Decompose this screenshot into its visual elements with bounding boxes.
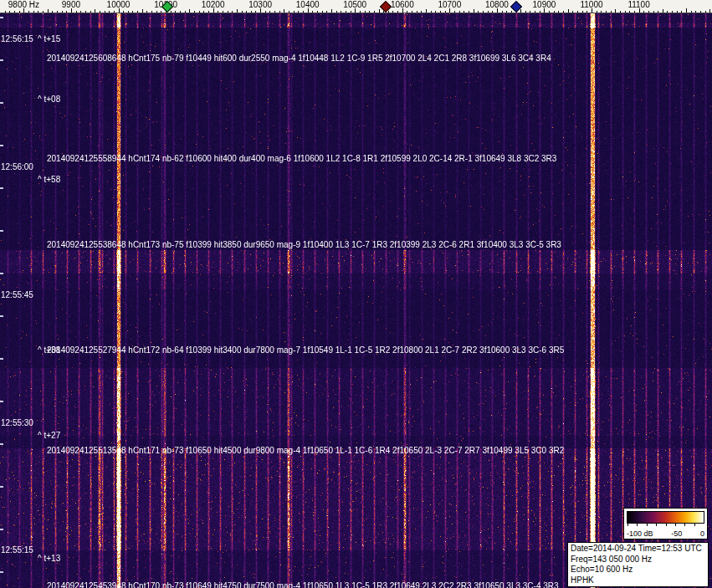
freq-scale-tick [587, 11, 587, 13]
freq-scale-tick [85, 11, 86, 13]
freq-scale-tick [251, 11, 252, 13]
freq-scale-tick [577, 11, 578, 13]
freq-scale-tick [554, 11, 555, 13]
freq-scale-tick [48, 9, 49, 13]
freq-scale-tick [530, 11, 530, 13]
freq-scale-tick [606, 11, 607, 13]
freq-scale-tick [228, 11, 228, 13]
freq-scale-tick [289, 11, 289, 13]
freq-scale-tick [369, 11, 370, 13]
freq-scale-tick [492, 11, 493, 13]
freq-scale-label: 9900 [62, 1, 80, 9]
freq-scale-tick [322, 11, 323, 13]
freq-scale-tick [203, 11, 204, 13]
freq-scale-tick [298, 11, 299, 13]
freq-scale-label: 10700 [438, 1, 461, 9]
freq-scale-tick [265, 11, 266, 13]
freq-scale-tick [109, 11, 110, 13]
freq-scale-tick [336, 11, 337, 13]
freq-scale-tick [478, 11, 479, 13]
freq-scale-tick [365, 11, 366, 13]
spectrogram-canvas[interactable] [0, 13, 712, 588]
freq-scale-tick [100, 11, 100, 13]
freq-scale-tick [620, 11, 621, 13]
freq-scale-tick [142, 9, 143, 13]
freq-scale-tick [459, 11, 460, 13]
freq-scale-tick [691, 11, 692, 13]
freq-scale-tick [351, 11, 351, 13]
freq-scale-tick [218, 11, 218, 13]
freq-scale-tick [33, 11, 34, 13]
freq-scale-tick [269, 11, 270, 13]
freq-scale-tick [105, 11, 105, 13]
freq-scale-tick [137, 11, 138, 13]
freq-scale-tick [62, 11, 63, 13]
legend-label-max: 0 [700, 529, 704, 538]
freq-scale-tick [568, 9, 569, 13]
freq-scale-tick [634, 11, 635, 13]
freq-scale-tick [171, 11, 172, 13]
freq-scale-tick [274, 11, 275, 13]
freq-scale-label: 10400 [296, 1, 320, 9]
freq-scale-tick [28, 11, 29, 13]
freq-scale-tick [648, 11, 649, 13]
freq-scale-tick [572, 11, 573, 13]
freq-scale-tick [488, 11, 489, 13]
freq-scale-tick [360, 11, 361, 13]
freq-scale-tick [312, 11, 313, 13]
freq-scale-tick [540, 11, 540, 13]
freq-scale-tick [95, 9, 95, 13]
freq-scale-tick [563, 11, 564, 13]
freq-scale-tick [611, 11, 612, 13]
color-scale-gradient [627, 511, 704, 524]
freq-scale-tick [5, 11, 6, 13]
freq-scale-tick [246, 11, 247, 13]
freq-scale-tick [397, 11, 398, 13]
freq-scale-tick [511, 11, 512, 13]
freq-scale-tick [483, 11, 484, 13]
legend-label-min: -100 dB [627, 529, 653, 538]
freq-scale-tick [426, 9, 427, 13]
freq-scale-tick [19, 11, 20, 13]
freq-scale-tick [346, 11, 346, 13]
freq-scale-tick [435, 11, 436, 13]
freq-scale-tick [597, 11, 597, 13]
freq-scale-tick [440, 11, 441, 13]
freq-scale-tick [464, 11, 464, 13]
freq-scale-tick [38, 11, 38, 13]
freq-scale-tick [667, 11, 668, 13]
freq-scale-tick [686, 8, 687, 13]
freq-scale-tick [175, 11, 176, 13]
freq-scale-tick [146, 11, 147, 13]
freq-scale-tick [156, 11, 157, 13]
freq-scale-tick [417, 11, 417, 13]
freq-scale-label: 10200 [202, 1, 225, 9]
freq-scale-tick [189, 9, 190, 13]
freq-scale-tick [677, 11, 678, 13]
freq-scale-tick [57, 11, 58, 13]
freq-scale-label: 10500 [343, 1, 366, 9]
info-echo-freq: Echo=10 600 Hz [571, 565, 705, 575]
freq-scale-tick [14, 11, 15, 13]
freq-scale-label: 10600 [391, 1, 414, 9]
freq-scale-tick [388, 11, 389, 13]
freq-scale-tick [9, 11, 10, 13]
freq-scale-tick [294, 11, 295, 13]
freq-scale-tick [76, 11, 77, 13]
db-color-legend: -100 dB -50 0 [623, 508, 708, 539]
freq-scale-tick [421, 11, 422, 13]
freq-scale-tick [123, 11, 124, 13]
freq-scale-tick [255, 11, 256, 13]
info-station-id: HPHK [571, 575, 705, 586]
frequency-scale-bar[interactable]: 9800 Hz990010000101001020010300104001050… [0, 0, 712, 13]
freq-scale-tick [506, 11, 507, 13]
freq-scale-tick [549, 11, 550, 13]
freq-scale-tick [132, 11, 133, 13]
legend-label-mid: -50 [671, 529, 682, 538]
freq-scale-tick [658, 11, 658, 13]
freq-scale-tick [469, 11, 469, 13]
color-scale-labels: -100 dB -50 0 [627, 529, 704, 538]
freq-scale-tick [161, 11, 161, 13]
freq-scale-tick [180, 11, 181, 13]
freq-scale-tick [431, 11, 432, 13]
